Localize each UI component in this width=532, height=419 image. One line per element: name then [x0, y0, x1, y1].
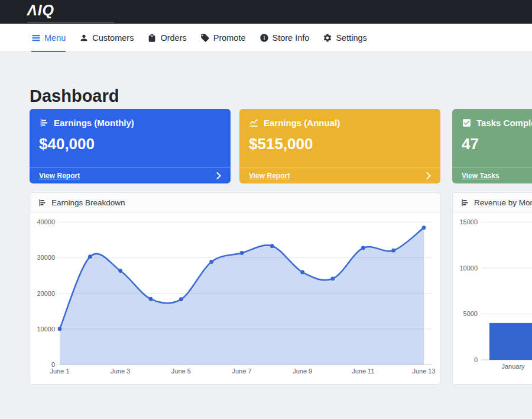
svg-text:15000: 15000	[459, 218, 478, 225]
person-icon	[79, 33, 89, 43]
nav-item-promote[interactable]: Promote	[200, 24, 246, 51]
nav-item-label: Menu	[44, 33, 66, 43]
earnings-breakdown-header: Earnings Breakdown	[30, 193, 440, 212]
svg-text:5000: 5000	[463, 310, 478, 317]
nav-item-store-info[interactable]: Store Info	[259, 24, 310, 51]
svg-text:June 5: June 5	[171, 368, 191, 375]
svg-text:June 3: June 3	[111, 368, 130, 375]
svg-text:10000: 10000	[459, 265, 478, 272]
card-value: $515,000	[239, 128, 440, 153]
nav-item-label: Settings	[336, 33, 366, 43]
view-report-link[interactable]: View Report	[30, 167, 231, 183]
info-icon	[259, 33, 269, 43]
card-earnings-monthly: Earnings (Monthly) $40,000 View Report	[30, 109, 231, 183]
app-window: ΛIQ Menu Customers Orders Promote Store …	[0, 0, 532, 419]
line-chart-icon	[249, 118, 259, 128]
chart-title: Revenue by Month	[474, 198, 532, 207]
earnings-breakdown-chart: 010000200003000040000June 1June 3June 5J…	[30, 212, 440, 386]
revenue-by-month-header: Revenue by Month	[453, 193, 532, 212]
card-title: Earnings (Annual)	[264, 118, 340, 128]
page-title: Dashboard	[30, 86, 119, 106]
card-tasks-completed: Tasks Completed 47 View Tasks	[452, 109, 532, 183]
revenue-by-month-chart: 050001000015000January	[453, 212, 532, 386]
check-square-icon	[462, 118, 472, 128]
svg-text:0: 0	[474, 356, 478, 363]
chevron-right-icon	[216, 172, 221, 179]
svg-text:40000: 40000	[37, 218, 55, 225]
chart-axis-icon	[460, 198, 469, 207]
nav-item-orders[interactable]: Orders	[147, 24, 186, 51]
logo[interactable]: ΛIQ	[27, 2, 54, 19]
chart-axis-icon	[38, 198, 47, 207]
menu-icon	[31, 33, 41, 43]
nav-item-label: Orders	[160, 33, 186, 43]
card-value: $40,000	[30, 128, 231, 153]
nav-bar: Menu Customers Orders Promote Store Info…	[0, 24, 532, 52]
card-earnings-annual: Earnings (Annual) $515,000 View Report	[239, 109, 440, 183]
chevron-right-icon	[426, 172, 431, 179]
nav-item-menu[interactable]: Menu	[31, 24, 66, 51]
view-tasks-link[interactable]: View Tasks	[452, 167, 532, 183]
svg-text:20000: 20000	[37, 290, 55, 297]
card-title: Tasks Completed	[476, 118, 532, 128]
view-report-link[interactable]: View Report	[239, 167, 440, 183]
gear-icon	[323, 33, 332, 43]
revenue-by-month-card: Revenue by Month 050001000015000January	[452, 192, 532, 385]
nav-item-label: Customers	[92, 33, 134, 43]
nav-item-settings[interactable]: Settings	[323, 24, 366, 51]
svg-text:June 13: June 13	[412, 368, 435, 375]
earnings-breakdown-card: Earnings Breakdown 010000200003000040000…	[30, 192, 440, 385]
nav-item-label: Store Info	[273, 33, 310, 43]
svg-text:June 9: June 9	[293, 368, 312, 375]
svg-text:January: January	[501, 363, 525, 370]
svg-text:June 1: June 1	[50, 368, 69, 375]
svg-text:10000: 10000	[37, 325, 55, 333]
topbar: ΛIQ	[0, 0, 532, 24]
card-value: 47	[452, 128, 532, 153]
svg-text:June 7: June 7	[232, 368, 251, 375]
tag-icon	[200, 33, 210, 43]
nav-item-customers[interactable]: Customers	[79, 24, 134, 51]
nav-item-label: Promote	[213, 33, 246, 43]
shopping-bag-icon	[147, 33, 157, 43]
bar-chart-icon	[39, 118, 49, 128]
logo-underline	[27, 22, 114, 23]
svg-text:30000: 30000	[37, 254, 55, 261]
card-title: Earnings (Monthly)	[54, 118, 134, 128]
svg-text:June 11: June 11	[352, 368, 374, 375]
chart-title: Earnings Breakdown	[51, 198, 125, 207]
